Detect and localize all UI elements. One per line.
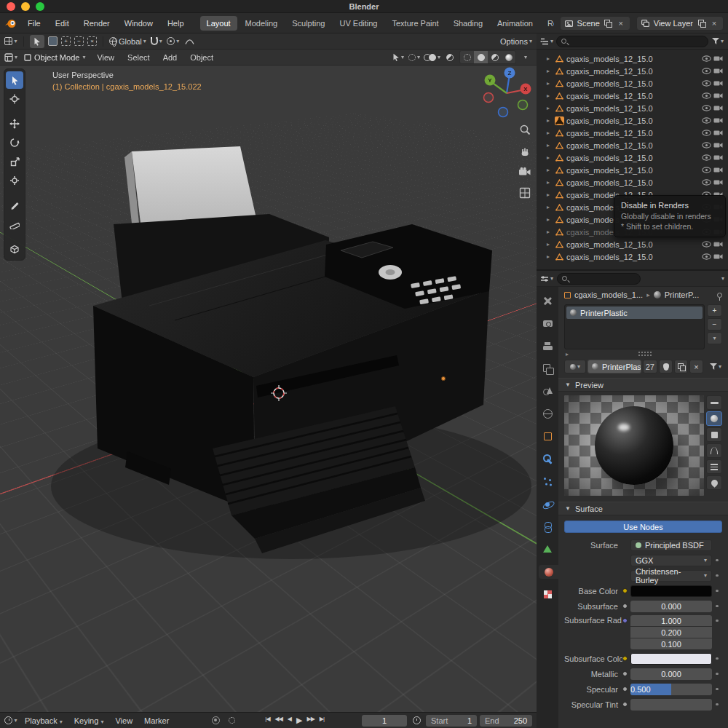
next-keyframe-button[interactable]: ▶▶ xyxy=(304,714,316,727)
cursor-tool[interactable] xyxy=(6,90,23,108)
properties-editor-type-button[interactable]: ▾ xyxy=(540,272,553,285)
modifier-properties-tab[interactable] xyxy=(537,452,558,466)
outliner-row[interactable]: ▸ cgaxis_models_12_15.0 xyxy=(537,65,728,77)
transform-orientation-dropdown[interactable]: Global▾ xyxy=(109,35,146,48)
disable-in-renders-icon[interactable] xyxy=(713,130,723,136)
outliner-row[interactable]: ▸ cgaxis_models_12_15.0 xyxy=(537,139,728,151)
shading-wireframe-button[interactable] xyxy=(460,51,474,63)
expand-icon[interactable]: ▸ xyxy=(547,241,553,248)
subsurface-field[interactable]: 0.000 xyxy=(630,601,712,612)
expand-icon[interactable]: ▸ xyxy=(547,92,553,99)
hide-in-viewport-icon[interactable] xyxy=(702,241,711,248)
hide-in-viewport-icon[interactable] xyxy=(702,167,711,173)
viewport-menu-select[interactable]: Select xyxy=(122,52,155,63)
preview-fluid-button[interactable] xyxy=(706,475,722,490)
new-scene-icon[interactable] xyxy=(603,18,613,28)
subsurface-radius-z[interactable]: 0.100 xyxy=(630,638,712,649)
active-tool-icon[interactable] xyxy=(30,35,44,48)
outliner-row[interactable]: ▸ cgaxis_models_12_15.0 xyxy=(537,114,728,127)
disable-in-renders-icon[interactable] xyxy=(713,105,723,111)
transform-tool[interactable] xyxy=(6,172,23,189)
minimize-window-button[interactable] xyxy=(21,2,30,11)
pin-icon[interactable] xyxy=(717,293,722,298)
material-slot-active[interactable]: PrinterPlastic xyxy=(566,306,703,319)
slot-specials-button[interactable]: ▾ xyxy=(707,332,722,344)
outliner-row[interactable]: ▸ cgaxis_models_12_15.0 xyxy=(537,238,728,250)
rotate-tool[interactable] xyxy=(6,134,23,151)
render-properties-tab[interactable] xyxy=(537,317,558,331)
timeline-menu-keying[interactable]: Keying ▾ xyxy=(70,715,108,727)
output-properties-tab[interactable] xyxy=(537,339,558,353)
workspace-tab-uv-editing[interactable]: UV Editing xyxy=(333,16,384,31)
outliner-row[interactable]: ▸ cgaxis_models_12_15.0 xyxy=(537,250,728,263)
hide-in-viewport-icon[interactable] xyxy=(702,55,711,62)
browse-material-button[interactable]: ▾ xyxy=(564,360,586,373)
zoom-window-button[interactable] xyxy=(36,2,44,11)
remove-slot-button[interactable]: − xyxy=(707,318,722,331)
workspace-tab-modeling[interactable]: Modeling xyxy=(239,16,285,31)
outliner-row[interactable]: ▸ cgaxis_models_12_15.0 xyxy=(537,90,728,102)
subsurface-radius-y[interactable]: 0.200 xyxy=(630,627,712,638)
menu-file[interactable]: File xyxy=(21,17,47,29)
expand-icon[interactable]: ▸ xyxy=(547,216,553,223)
ortho-grid-icon[interactable] xyxy=(516,184,534,202)
zoom-icon[interactable] xyxy=(516,121,534,138)
add-slot-button[interactable]: + xyxy=(707,304,722,317)
material-specials-filter-button[interactable]: ▾ xyxy=(709,360,722,373)
material-properties-tab[interactable] xyxy=(539,565,558,579)
expand-icon[interactable]: ▸ xyxy=(547,117,553,124)
disable-in-renders-icon[interactable] xyxy=(713,154,723,161)
select-box-tool[interactable] xyxy=(6,71,23,89)
expand-icon[interactable]: ▸ xyxy=(547,179,553,186)
expand-icon[interactable]: ▸ xyxy=(547,253,553,260)
viewport-menu-object[interactable]: Object xyxy=(185,52,218,63)
viewport-menu-add[interactable]: Add xyxy=(158,52,183,63)
expand-icon[interactable]: ▸ xyxy=(547,204,553,210)
breadcrumb-material[interactable]: PrinterP... xyxy=(665,290,700,299)
outliner-row[interactable]: ▸ cgaxis_models_12_15.0 xyxy=(537,127,728,139)
hide-in-viewport-icon[interactable] xyxy=(702,80,711,87)
workspace-tab-layout[interactable]: Layout xyxy=(200,16,237,31)
close-window-button[interactable] xyxy=(7,2,15,11)
disable-in-renders-icon[interactable] xyxy=(713,241,723,248)
viewport-editor-type-button[interactable]: ▾ xyxy=(4,51,17,64)
distribution-dropdown[interactable]: GGX▾ xyxy=(630,555,712,566)
viewport-overlays-dropdown[interactable]: ▾ xyxy=(424,51,440,64)
hide-in-viewport-icon[interactable] xyxy=(702,154,711,161)
preview-panel-header[interactable]: ▼ Preview xyxy=(558,378,728,392)
hide-in-viewport-icon[interactable] xyxy=(702,142,711,149)
scale-tool[interactable] xyxy=(6,153,23,170)
preview-hair-button[interactable] xyxy=(706,443,722,458)
properties-options-icon[interactable]: ▾ xyxy=(721,276,724,282)
disable-in-renders-icon[interactable] xyxy=(713,167,723,173)
disable-in-renders-icon[interactable] xyxy=(713,68,723,74)
hide-in-viewport-icon[interactable] xyxy=(702,68,711,74)
specular-tint-field[interactable] xyxy=(630,699,712,711)
3d-viewport[interactable]: ▾ Object Mode▾ View Select Add Object ▾ … xyxy=(0,50,537,712)
breadcrumb-object[interactable]: cgaxis_models_1... xyxy=(574,290,643,299)
workspace-tab-shading[interactable]: Shading xyxy=(447,16,489,31)
mode-dropdown[interactable]: Object Mode▾ xyxy=(20,51,89,64)
outliner-search-input[interactable] xyxy=(556,36,708,47)
menu-window[interactable]: Window xyxy=(118,17,159,29)
sync-icon[interactable] xyxy=(225,714,238,727)
preview-cloth-button[interactable] xyxy=(706,459,722,474)
play-reverse-button[interactable]: ◀ xyxy=(285,714,293,727)
specular-slider[interactable]: 0.500 xyxy=(630,684,712,695)
outliner-row[interactable]: ▸ cgaxis_models_12_15.0 xyxy=(537,164,728,176)
disable-in-renders-icon[interactable] xyxy=(713,92,723,99)
surface-panel-header[interactable]: ▼ Surface xyxy=(558,502,728,515)
unlink-scene-icon[interactable]: × xyxy=(616,18,626,28)
metallic-field[interactable]: 0.000 xyxy=(630,668,712,680)
outliner-row[interactable]: ▸ cgaxis_models_12_15.0 xyxy=(537,151,728,164)
editor-type-button[interactable]: ▾ xyxy=(4,35,17,48)
outliner-editor-type-button[interactable]: ▾ xyxy=(540,35,553,48)
select-mode-extend[interactable]: + xyxy=(61,36,71,46)
proportional-edit-dropdown[interactable]: ▾ xyxy=(167,35,180,48)
expand-icon[interactable]: ▸ xyxy=(547,229,553,235)
play-button[interactable]: ▶ xyxy=(294,714,304,727)
material-users-button[interactable]: 27 xyxy=(643,360,657,373)
disable-in-renders-icon[interactable] xyxy=(713,117,723,124)
base-color-swatch[interactable] xyxy=(630,585,712,597)
hide-in-viewport-icon[interactable] xyxy=(702,92,711,99)
